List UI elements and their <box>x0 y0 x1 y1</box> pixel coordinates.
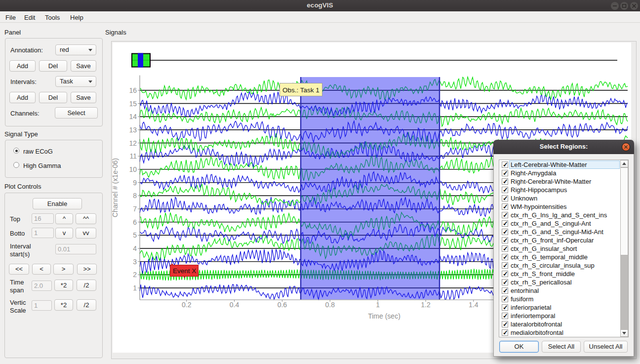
svg-text:15: 15 <box>129 100 137 108</box>
svg-text:2: 2 <box>133 271 137 279</box>
svg-text:13: 13 <box>129 126 137 134</box>
svg-text:0.4: 0.4 <box>230 301 240 309</box>
svg-text:14: 14 <box>129 113 137 121</box>
svg-text:Channel # (x1e-06): Channel # (x1e-06) <box>112 158 119 217</box>
svg-text:Obs.: Task 1: Obs.: Task 1 <box>282 86 320 94</box>
svg-text:10: 10 <box>129 165 137 173</box>
svg-text:8: 8 <box>133 192 137 200</box>
svg-text:3: 3 <box>133 258 137 266</box>
svg-text:1: 1 <box>376 301 380 309</box>
svg-text:16: 16 <box>129 86 137 94</box>
svg-text:Time (sec): Time (sec) <box>368 312 400 320</box>
svg-text:0.2: 0.2 <box>182 301 192 309</box>
svg-text:Event X: Event X <box>173 267 196 275</box>
svg-text:6: 6 <box>133 218 137 226</box>
svg-text:4: 4 <box>133 244 137 252</box>
svg-text:0.6: 0.6 <box>278 301 287 309</box>
svg-text:11: 11 <box>129 152 137 160</box>
svg-text:7: 7 <box>133 205 137 213</box>
svg-text:9: 9 <box>133 179 137 187</box>
svg-text:5: 5 <box>133 231 137 239</box>
svg-text:1.4: 1.4 <box>469 301 479 309</box>
svg-text:1.2: 1.2 <box>421 301 431 309</box>
svg-text:0.8: 0.8 <box>325 301 335 309</box>
svg-text:1: 1 <box>133 284 137 292</box>
svg-text:12: 12 <box>129 139 137 147</box>
